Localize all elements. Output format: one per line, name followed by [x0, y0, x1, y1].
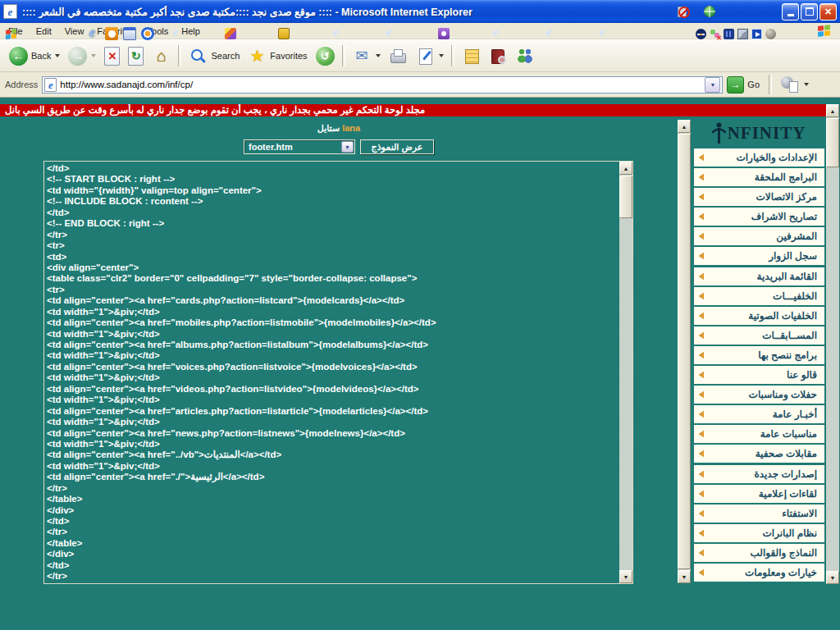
internet-zone-globe-icon: [704, 6, 715, 17]
select-arrow-icon[interactable]: [341, 141, 354, 153]
chevron-down-icon[interactable]: [91, 54, 96, 57]
template-select[interactable]: footer.htm: [244, 139, 355, 154]
sidebar-item[interactable]: المشرفين: [694, 227, 824, 245]
code-line: <td width="1">&piv;</td>: [47, 329, 617, 340]
code-line: </tr>: [47, 571, 617, 582]
sidebar-item[interactable]: لقاءات إعلامية: [694, 485, 824, 503]
search-button[interactable]: Search: [185, 45, 244, 67]
messenger-tray-icon[interactable]: [710, 29, 720, 39]
messenger-button[interactable]: [512, 45, 539, 67]
sidebar-item[interactable]: الإعدادات والخيارات: [694, 148, 824, 167]
show-template-button[interactable]: عرض النموذج: [360, 139, 434, 154]
scroll-up-icon[interactable]: [826, 104, 839, 117]
address-input[interactable]: http://www.sadanajd.com/inf/cp/: [42, 76, 723, 94]
scroll-down-icon[interactable]: [678, 570, 691, 583]
code-line: </tr>: [47, 527, 617, 537]
history-icon: [316, 47, 335, 66]
sidebar-item-label: قالو عنا: [694, 366, 824, 384]
edit-button[interactable]: [412, 45, 448, 67]
refresh-button[interactable]: [124, 45, 148, 67]
sidebar-item[interactable]: أخبـار عامة: [694, 405, 824, 423]
sidebar-item[interactable]: سجل الزوار: [694, 247, 824, 265]
sidebar-item[interactable]: الخلفيات الصوتية: [694, 307, 824, 325]
left-arrow-icon: [699, 332, 704, 339]
history-button[interactable]: [312, 45, 339, 67]
textarea-scrollbar[interactable]: [619, 162, 632, 583]
discuss-button[interactable]: [458, 45, 485, 67]
globe-document-icon[interactable]: [781, 76, 799, 93]
style-name: lana: [342, 123, 360, 133]
back-button[interactable]: Back: [5, 45, 64, 67]
chevron-down-icon[interactable]: [376, 54, 381, 57]
code-line: <tr>: [47, 285, 617, 295]
scrollbar-thumb[interactable]: [678, 134, 691, 569]
menu-edit[interactable]: Edit: [30, 25, 58, 38]
sidebar-item-label: الإعدادات والخيارات: [694, 148, 824, 167]
offline-icon: [678, 6, 690, 18]
back-label: Back: [31, 51, 51, 61]
scroll-up-icon[interactable]: [619, 162, 632, 175]
display-tray-icon[interactable]: [724, 29, 734, 39]
sidebar-item-label: الخلفيات الصوتية: [694, 307, 824, 325]
sidebar-item[interactable]: برامج ننصح بها: [694, 346, 824, 364]
address-dropdown-icon[interactable]: [705, 77, 720, 93]
print-button[interactable]: [385, 45, 412, 67]
scroll-up-icon[interactable]: [678, 120, 691, 133]
close-button[interactable]: [819, 3, 837, 21]
favorites-button[interactable]: Favorites: [244, 45, 311, 67]
internet-explorer-icon: [3, 4, 17, 19]
window-quick-launch-icon[interactable]: [123, 27, 136, 40]
chevron-down-icon[interactable]: [439, 54, 444, 57]
minimize-button[interactable]: [782, 3, 799, 21]
research-icon: [489, 47, 508, 66]
sidebar-item[interactable]: نظام البانرات: [694, 524, 824, 542]
scroll-down-icon[interactable]: [826, 571, 839, 584]
pulse-tray-icon[interactable]: [696, 29, 706, 39]
volume-tray-icon[interactable]: [765, 29, 776, 39]
sidebar-item[interactable]: البرامج الملحقة: [694, 168, 824, 186]
sidebar-item[interactable]: مركز الاتصالات: [694, 188, 824, 206]
template-code-textarea[interactable]: </td><!-- START BLOCK : right --><td wid…: [43, 161, 633, 584]
network-tray-icon[interactable]: [737, 29, 748, 39]
sidebar-item-label: برامج ننصح بها: [694, 346, 824, 364]
home-button[interactable]: [148, 45, 175, 67]
sidebar-item[interactable]: مناسبات عامة: [694, 425, 824, 443]
code-line: </div>: [47, 549, 617, 559]
research-button[interactable]: [485, 45, 512, 67]
sidebar-item[interactable]: حفلات ومناسبات: [694, 386, 824, 404]
menu-view[interactable]: View: [58, 25, 91, 38]
media-quick-launch-icon[interactable]: [141, 27, 154, 40]
chevron-down-icon[interactable]: [55, 54, 60, 57]
clock-quick-launch-icon[interactable]: [105, 27, 118, 40]
scroll-down-icon[interactable]: [619, 570, 632, 583]
code-line: <td width="1">&piv;</td>: [47, 395, 617, 405]
player-tray-icon[interactable]: [751, 29, 762, 39]
favorites-icon: [248, 47, 267, 66]
sidebar-item-label: تصاريح الاشراف: [694, 208, 824, 226]
sidebar-item[interactable]: القائمة البريدية: [694, 267, 824, 285]
sidebar-item[interactable]: تصاريح الاشراف: [694, 208, 824, 226]
sidebar-item[interactable]: المســابقــات: [694, 326, 824, 345]
scrollbar-thumb[interactable]: [619, 176, 632, 218]
forward-button[interactable]: [64, 45, 100, 67]
left-arrow-icon: [699, 352, 704, 358]
sidebar-item[interactable]: النماذج والقوالب: [694, 544, 824, 562]
sidebar-scrollbar[interactable]: [678, 120, 691, 583]
sidebar-item[interactable]: خيارات ومعلومات: [694, 564, 824, 582]
sidebar-item[interactable]: الخلفيـــات: [694, 287, 824, 305]
sidebar-item[interactable]: إصدارات جديدة: [694, 465, 824, 483]
sidebar-item[interactable]: الاستفتاء: [694, 504, 824, 523]
messenger-icon: [516, 47, 535, 66]
mail-button[interactable]: [349, 45, 385, 67]
scrollbar-thumb[interactable]: [826, 118, 839, 167]
sidebar-item[interactable]: مقابلات صحفية: [694, 445, 824, 463]
page-scrollbar[interactable]: [826, 104, 839, 584]
restore-button[interactable]: [801, 3, 818, 21]
chevron-down-icon[interactable]: [804, 83, 809, 86]
sidebar-item-label: النماذج والقوالب: [694, 544, 824, 562]
ie-quick-launch-icon[interactable]: [87, 27, 100, 40]
stop-button[interactable]: [100, 45, 124, 67]
sidebar-item[interactable]: قالو عنا: [694, 366, 824, 384]
address-label: Address: [5, 80, 38, 89]
go-button[interactable]: Go: [727, 76, 760, 94]
